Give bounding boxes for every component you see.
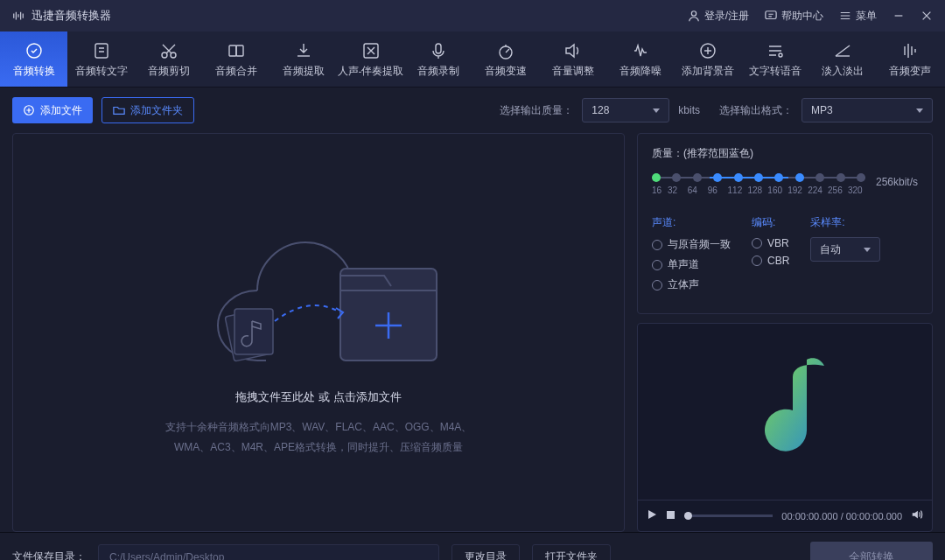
play-button[interactable] (647, 509, 657, 522)
svg-point-0 (691, 11, 696, 16)
tool-cut[interactable]: 音频剪切 (135, 32, 202, 87)
dropzone-illustration (187, 207, 450, 374)
radio-icon (652, 280, 662, 290)
app-title: 迅捷音频转换器 (32, 8, 111, 24)
dropzone-main-text: 拖拽文件至此处 或 点击添加文件 (235, 389, 401, 405)
svg-rect-3 (95, 44, 108, 58)
dropzone[interactable]: 拖拽文件至此处 或 点击添加文件 支持十余种音频格式向MP3、WAV、FLAC、… (12, 133, 625, 532)
menu-icon (839, 10, 851, 22)
record-icon (429, 41, 448, 60)
svg-point-2 (27, 44, 41, 58)
progress-bar[interactable] (684, 514, 773, 517)
encoding-option-0[interactable]: VBR (752, 237, 789, 249)
quality-unit: kbits (678, 104, 700, 116)
bgm-icon (698, 41, 718, 60)
encoding-title: 编码: (752, 215, 789, 230)
menu-button[interactable]: 菜单 (839, 9, 877, 24)
channel-option-0[interactable]: 与原音频一致 (652, 237, 731, 252)
channel-option-2[interactable]: 立体声 (652, 277, 731, 292)
save-dir-label: 文件保存目录： (12, 550, 86, 560)
tool-stt[interactable]: 音频转文字 (67, 32, 135, 87)
add-folder-label: 添加文件夹 (130, 103, 183, 118)
svg-rect-9 (436, 44, 441, 53)
tool-tts[interactable]: 文字转语音 (741, 32, 808, 87)
split-icon (361, 41, 381, 60)
tool-denoise[interactable]: 音频降噪 (606, 32, 674, 87)
tool-record[interactable]: 音频录制 (404, 32, 472, 87)
extract-icon (294, 41, 313, 60)
app-logo-icon (12, 10, 24, 22)
volume-icon (564, 41, 583, 60)
add-file-button[interactable]: 添加文件 (12, 97, 93, 123)
login-button[interactable]: 登录/注册 (688, 9, 749, 24)
user-icon (688, 10, 700, 22)
plus-circle-icon (23, 104, 35, 116)
change-dir-button[interactable]: 更改目录 (452, 544, 520, 561)
denoise-icon (631, 41, 650, 60)
format-label: 选择输出格式： (719, 103, 793, 118)
svg-rect-17 (667, 511, 675, 519)
chevron-down-icon (916, 108, 923, 113)
stt-icon (92, 41, 111, 60)
chat-icon (765, 10, 777, 22)
tool-bgm[interactable]: 添加背景音 (674, 32, 741, 87)
quality-panel-title: 质量：(推荐范围蓝色) (652, 146, 918, 161)
time-total: 00:00:00.000 (846, 511, 902, 522)
tool-merge[interactable]: 音频合并 (202, 32, 270, 87)
convert-all-button[interactable]: 全部转换 (810, 542, 933, 561)
add-folder-button[interactable]: 添加文件夹 (102, 97, 194, 123)
folder-icon (113, 104, 125, 116)
time-current: 00:00:00.000 (781, 511, 837, 522)
minimize-button[interactable] (892, 10, 905, 22)
svg-rect-6 (229, 46, 236, 56)
svg-rect-7 (236, 46, 243, 56)
quality-slider[interactable]: 16326496112128160192224256320 (652, 170, 865, 194)
tool-split[interactable]: 人声-伴奏提取 (337, 32, 404, 87)
menu-label: 菜单 (856, 9, 877, 24)
tts-icon (766, 41, 785, 60)
samplerate-select[interactable]: 自动 (810, 237, 880, 262)
help-label: 帮助中心 (781, 9, 823, 24)
dropzone-sub1: 支持十余种音频格式向MP3、WAV、FLAC、AAC、OGG、M4A、 (165, 417, 472, 438)
volume-button[interactable] (911, 508, 923, 523)
chevron-down-icon (864, 248, 871, 252)
save-path-input[interactable]: C:/Users/Admin/Desktop (98, 544, 439, 561)
voice-icon (900, 41, 920, 60)
stop-button[interactable] (666, 510, 676, 522)
radio-icon (752, 256, 762, 266)
help-button[interactable]: 帮助中心 (765, 9, 823, 24)
quality-value: 128 (592, 104, 609, 116)
channel-option-1[interactable]: 单声道 (652, 257, 731, 272)
dropzone-sub2: WMA、AC3、M4R、APE格式转换，同时提升、压缩音频质量 (165, 438, 472, 458)
encoding-option-1[interactable]: CBR (752, 255, 789, 267)
merge-icon (227, 41, 246, 60)
tool-voice[interactable]: 音频变声 (876, 32, 943, 87)
quality-max-label: 256kbit/s (876, 176, 918, 188)
login-label: 登录/注册 (704, 9, 749, 24)
radio-icon (652, 240, 662, 250)
convert-icon (24, 41, 44, 60)
close-button[interactable] (920, 10, 933, 22)
radio-icon (752, 238, 762, 248)
svg-point-12 (779, 53, 782, 57)
tool-extract[interactable]: 音频提取 (270, 32, 337, 87)
chevron-down-icon (653, 108, 660, 113)
svg-rect-16 (234, 309, 273, 354)
samplerate-value: 自动 (820, 242, 841, 257)
quality-label: 选择输出质量： (500, 103, 573, 118)
cut-icon (159, 41, 178, 60)
quality-select[interactable]: 128 (582, 98, 669, 122)
tool-volume[interactable]: 音量调整 (539, 32, 606, 87)
format-value: MP3 (811, 104, 833, 116)
speed-icon (496, 41, 515, 60)
fade-icon (833, 41, 852, 60)
tool-fade[interactable]: 淡入淡出 (808, 32, 876, 87)
add-file-label: 添加文件 (40, 103, 82, 118)
open-folder-button[interactable]: 打开文件夹 (532, 544, 611, 561)
svg-rect-1 (766, 11, 776, 19)
format-select[interactable]: MP3 (802, 98, 933, 122)
preview-area (638, 324, 932, 500)
samplerate-title: 采样率: (810, 215, 880, 230)
tool-speed[interactable]: 音频变速 (472, 32, 539, 87)
tool-convert[interactable]: 音频转换 (0, 32, 67, 87)
